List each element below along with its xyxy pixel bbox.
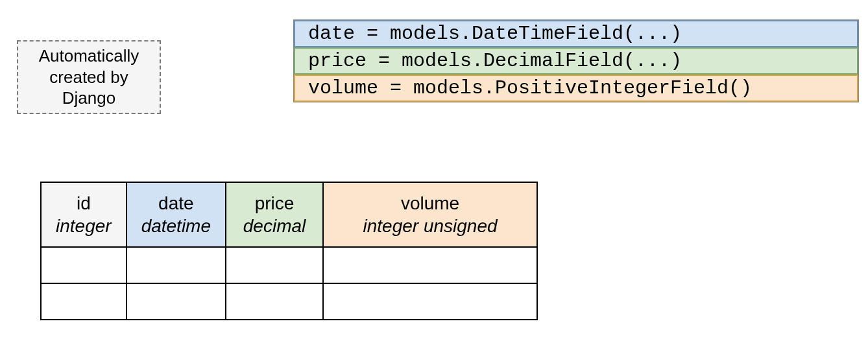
model-fields-code: date = models.DateTimeField(...) price =… bbox=[293, 19, 859, 102]
django-auto-note-text: Automaticallycreated byDjango bbox=[39, 45, 139, 109]
col-header-volume: volume integer unsigned bbox=[323, 182, 537, 247]
col-name-date: date bbox=[158, 193, 194, 213]
col-header-id: id integer bbox=[41, 182, 127, 247]
cell-empty bbox=[323, 247, 537, 283]
cell-empty bbox=[323, 283, 537, 320]
code-line-price: price = models.DecimalField(...) bbox=[294, 47, 858, 75]
col-type-id: integer bbox=[56, 215, 112, 237]
cell-empty bbox=[226, 247, 323, 283]
col-type-price: decimal bbox=[241, 215, 308, 237]
col-name-price: price bbox=[255, 193, 295, 213]
code-line-volume: volume = models.PositiveIntegerField() bbox=[294, 75, 858, 102]
db-schema-table: id integer date datetime price decimal v… bbox=[40, 182, 538, 320]
table-row bbox=[41, 283, 537, 320]
col-header-price: price decimal bbox=[226, 182, 323, 247]
table-row bbox=[41, 247, 537, 283]
cell-empty bbox=[226, 283, 323, 320]
code-line-date: date = models.DateTimeField(...) bbox=[294, 20, 858, 47]
col-name-id: id bbox=[77, 193, 91, 213]
django-auto-note: Automaticallycreated byDjango bbox=[17, 40, 161, 114]
cell-empty bbox=[41, 247, 127, 283]
cell-empty bbox=[127, 283, 226, 320]
cell-empty bbox=[127, 247, 226, 283]
col-type-date: datetime bbox=[141, 215, 211, 237]
cell-empty bbox=[41, 283, 127, 320]
table-header-row: id integer date datetime price decimal v… bbox=[41, 182, 537, 247]
col-type-volume: integer unsigned bbox=[338, 215, 522, 237]
col-name-volume: volume bbox=[401, 193, 459, 213]
col-header-date: date datetime bbox=[127, 182, 226, 247]
